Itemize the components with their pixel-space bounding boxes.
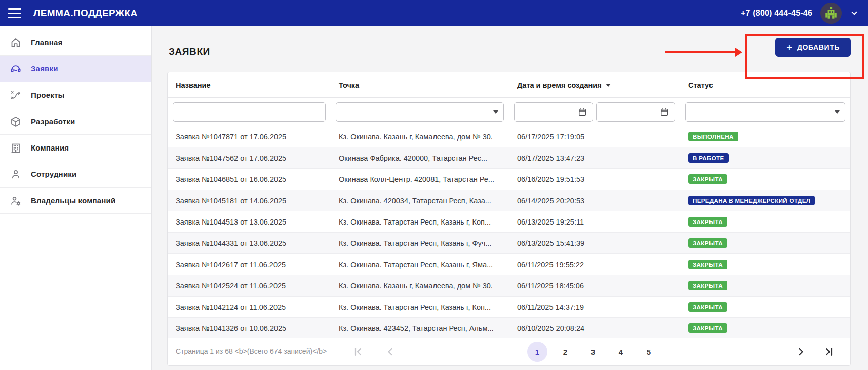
- request-created: 06/13/2025 19:25:11: [509, 218, 680, 226]
- table-filter-row: [168, 98, 850, 126]
- add-request-button[interactable]: + ДОБАВИТЬ: [775, 38, 851, 57]
- chevron-down-icon: [493, 110, 498, 114]
- request-point: Кз. Окинава. Казань г, Камалеева, дом № …: [331, 133, 509, 141]
- page-number-2[interactable]: 2: [555, 342, 575, 362]
- request-point: Кз. Окинава. 423452, Татарстан Респ, Аль…: [331, 324, 509, 332]
- request-point: Кз. Окинава. 420034, Татарстан Респ, Каз…: [331, 197, 509, 205]
- sidebar-item-label: Проекты: [31, 91, 65, 99]
- status-badge: ЗАКРЫТА: [688, 302, 727, 312]
- request-name: Заявка №1047562 от 17.06.2025: [168, 154, 331, 162]
- table-row[interactable]: Заявка №1046851 от 16.06.2025 Окинава Ко…: [168, 169, 850, 190]
- sidebar-item-label: Сотрудники: [31, 170, 76, 178]
- headset-icon: [10, 63, 22, 75]
- sidebar-item-company-owners[interactable]: Владельцы компаний: [0, 188, 151, 214]
- status-badge: ЗАКРЫТА: [688, 217, 727, 227]
- status-badge: ЗАКРЫТА: [688, 281, 727, 290]
- request-created: 06/11/2025 14:37:19: [509, 303, 680, 311]
- request-point: Кз. Окинава. Татарстан Респ, Казань г, К…: [331, 218, 509, 226]
- request-name: Заявка №1047871 от 17.06.2025: [168, 133, 331, 141]
- request-name: Заявка №1042124 от 11.06.2025: [168, 303, 331, 311]
- column-header-created[interactable]: Дата и время создания: [509, 81, 680, 89]
- page-number-3[interactable]: 3: [583, 342, 603, 362]
- table-row[interactable]: Заявка №1042617 от 11.06.2025 Кз. Окинав…: [168, 254, 850, 275]
- requests-table-card: Название Точка Дата и время создания Ста…: [167, 72, 851, 366]
- sidebar-nav: Главная Заявки Проекты Разработки Компан…: [0, 26, 152, 370]
- table-row[interactable]: Заявка №1042524 от 11.06.2025 Кз. Окинав…: [168, 275, 850, 297]
- table-row[interactable]: Заявка №1047871 от 17.06.2025 Кз. Окинав…: [168, 126, 850, 147]
- page-number-1[interactable]: 1: [527, 342, 547, 362]
- sidebar-item-label: Заявки: [31, 64, 58, 73]
- chevron-down-icon[interactable]: [850, 9, 859, 18]
- request-created: 06/17/2025 17:19:05: [509, 133, 680, 141]
- table-row[interactable]: Заявка №1044331 от 13.06.2025 Кз. Окинав…: [168, 233, 850, 254]
- robot-avatar-icon: [823, 6, 839, 21]
- request-created: 06/16/2025 19:51:53: [509, 175, 680, 183]
- request-name: Заявка №1042524 от 11.06.2025: [168, 282, 331, 290]
- status-badge: В РАБОТЕ: [688, 153, 729, 163]
- request-point: Кз. Окинава. Татарстан Респ, Казань г, К…: [331, 303, 509, 311]
- column-header-name[interactable]: Название: [168, 81, 331, 89]
- last-page-icon[interactable]: [823, 346, 835, 358]
- pagination-summary: Страница 1 из 68 <b>(Всего 674 записей)<…: [176, 347, 327, 355]
- next-page-icon[interactable]: [795, 346, 807, 358]
- brand-title: ЛЕММА.ПОДДЕРЖКА: [33, 8, 138, 19]
- table-row[interactable]: Заявка №1042124 от 11.06.2025 Кз. Окинав…: [168, 297, 850, 318]
- status-badge: ВЫПОЛНЕНА: [688, 132, 738, 141]
- date-from-filter[interactable]: [514, 102, 593, 122]
- date-to-filter[interactable]: [596, 102, 675, 122]
- page-numbers: 1 2 3 4 5: [527, 342, 659, 362]
- sidebar-item-company[interactable]: Компания: [0, 135, 151, 161]
- sidebar-item-home[interactable]: Главная: [0, 29, 151, 56]
- chevron-down-icon: [835, 110, 840, 114]
- page-number-4[interactable]: 4: [611, 342, 631, 362]
- prev-page-icon[interactable]: [384, 346, 397, 358]
- point-filter-select[interactable]: [336, 102, 504, 122]
- person-gear-icon: [10, 195, 22, 207]
- app-screen: ЛЕММА.ПОДДЕРЖКА +7 (800) 444-45-46: [0, 0, 868, 370]
- table-row[interactable]: Заявка №1041326 от 10.06.2025 Кз. Окинав…: [168, 318, 850, 339]
- status-badge: ЗАКРЫТА: [688, 260, 727, 269]
- route-icon: [10, 89, 22, 101]
- hamburger-menu-icon[interactable]: [8, 8, 21, 18]
- sort-desc-icon[interactable]: [606, 84, 611, 87]
- sidebar-item-employees[interactable]: Сотрудники: [0, 161, 151, 188]
- request-created: 06/10/2025 20:08:24: [509, 324, 680, 332]
- request-point: Кз. Окинава. Татарстан Респ, Казань г, Ф…: [331, 239, 509, 247]
- request-created: 06/13/2025 15:41:39: [509, 239, 680, 247]
- request-created: 06/14/2025 20:20:53: [509, 197, 680, 205]
- table-row[interactable]: Заявка №1045181 от 14.06.2025 Кз. Окинав…: [168, 190, 850, 211]
- request-created: 06/11/2025 19:55:22: [509, 261, 680, 269]
- pagination-bar: Страница 1 из 68 <b>(Всего 674 записей)<…: [168, 338, 850, 365]
- status-badge: ЗАКРЫТА: [688, 323, 727, 333]
- cube-icon: [10, 116, 22, 128]
- request-name: Заявка №1044513 от 13.06.2025: [168, 218, 331, 226]
- sidebar-item-requests[interactable]: Заявки: [0, 56, 151, 82]
- request-name: Заявка №1045181 от 14.06.2025: [168, 197, 331, 205]
- status-badge: ЗАКРЫТА: [688, 174, 727, 184]
- calendar-icon: [577, 107, 587, 117]
- top-bar: ЛЕММА.ПОДДЕРЖКА +7 (800) 444-45-46: [0, 0, 868, 26]
- user-avatar[interactable]: [820, 3, 842, 24]
- name-filter-input[interactable]: [173, 102, 326, 122]
- sidebar-item-label: Владельцы компаний: [31, 196, 115, 205]
- person-icon: [10, 168, 22, 180]
- sidebar-item-developments[interactable]: Разработки: [0, 108, 151, 135]
- status-filter-select[interactable]: [685, 102, 845, 122]
- page-number-5[interactable]: 5: [639, 342, 659, 362]
- request-point: Кз. Окинава. Казань г, Камалеева, дом № …: [331, 282, 509, 290]
- first-page-icon[interactable]: [352, 346, 364, 358]
- request-point: Кз. Окинава. Татарстан Респ, Казань г, Я…: [331, 261, 509, 269]
- request-created: 06/17/2025 13:47:23: [509, 154, 680, 162]
- annotation-arrow: [665, 51, 736, 53]
- column-header-point[interactable]: Точка: [331, 81, 509, 89]
- sidebar-item-label: Главная: [31, 38, 62, 47]
- calendar-icon: [659, 107, 669, 117]
- column-header-status[interactable]: Статус: [680, 81, 850, 89]
- sidebar-item-projects[interactable]: Проекты: [0, 82, 151, 108]
- page-title: ЗАЯВКИ: [169, 46, 210, 57]
- table-row[interactable]: Заявка №1044513 от 13.06.2025 Кз. Окинав…: [168, 211, 850, 233]
- main-content: ЗАЯВКИ + ДОБАВИТЬ Название Точка Дата и …: [152, 26, 868, 370]
- table-body: Заявка №1047871 от 17.06.2025 Кз. Окинав…: [168, 126, 850, 339]
- table-row[interactable]: Заявка №1047562 от 17.06.2025 Окинава Фа…: [168, 147, 850, 169]
- home-icon: [10, 36, 22, 49]
